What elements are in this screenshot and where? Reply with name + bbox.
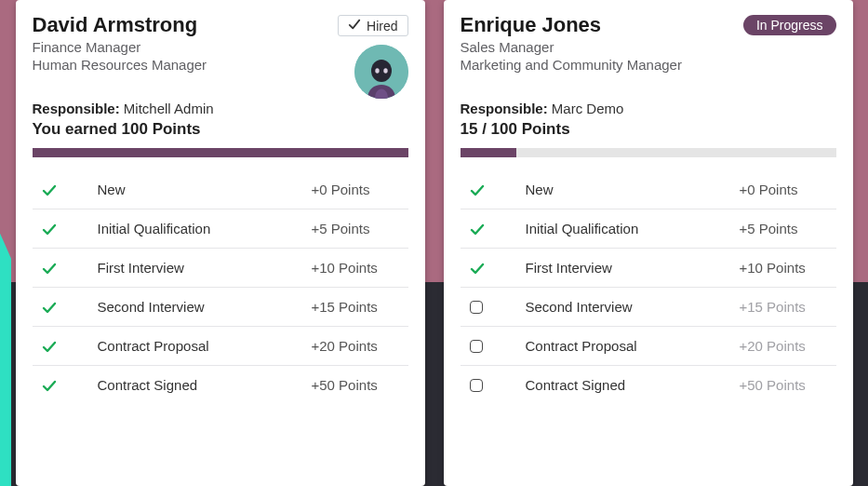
stage-label: Initial Qualification bbox=[526, 221, 740, 236]
stage-points: +5 Points bbox=[740, 221, 833, 236]
progress-fill bbox=[461, 148, 517, 157]
stage-list: New +0 Points Initial Qualification +5 P… bbox=[33, 170, 408, 404]
progress-fill bbox=[33, 148, 408, 157]
status-badge-hired[interactable]: Hired bbox=[338, 15, 407, 36]
stage-row[interactable]: Second Interview +15 Points bbox=[461, 287, 836, 326]
checkbox-icon[interactable] bbox=[470, 301, 526, 314]
check-icon bbox=[42, 339, 98, 354]
points-summary: You earned 100 Points bbox=[33, 120, 408, 139]
points-summary: 15 / 100 Points bbox=[461, 120, 836, 139]
stage-label: Contract Proposal bbox=[98, 338, 312, 354]
candidate-card[interactable]: Enrique Jones Sales Manager Marketing an… bbox=[444, 0, 853, 486]
stage-label: Contract Signed bbox=[98, 377, 312, 393]
stage-points: +15 Points bbox=[312, 299, 405, 315]
progress-bar bbox=[33, 148, 408, 157]
status-badge-in-progress[interactable]: In Progress bbox=[743, 15, 836, 35]
stage-points: +50 Points bbox=[312, 377, 405, 393]
check-icon bbox=[42, 222, 98, 236]
check-icon bbox=[42, 182, 98, 197]
stage-row[interactable]: First Interview +10 Points bbox=[33, 248, 408, 287]
stage-label: New bbox=[98, 182, 312, 197]
stage-label: Initial Qualification bbox=[98, 221, 312, 236]
checkbox-icon[interactable] bbox=[470, 379, 526, 392]
check-icon bbox=[42, 300, 98, 315]
stage-row[interactable]: Initial Qualification +5 Points bbox=[461, 209, 836, 248]
stage-row[interactable]: New +0 Points bbox=[461, 170, 836, 209]
stage-list: New +0 Points Initial Qualification +5 P… bbox=[461, 170, 836, 404]
stage-row[interactable]: First Interview +10 Points bbox=[461, 248, 836, 287]
responsible-line: Responsible: Marc Demo bbox=[461, 101, 836, 116]
svg-point-1 bbox=[371, 60, 392, 82]
stage-row[interactable]: Second Interview +15 Points bbox=[33, 287, 408, 326]
stage-row[interactable]: Contract Signed +50 Points bbox=[33, 365, 408, 404]
stage-row[interactable]: Initial Qualification +5 Points bbox=[33, 209, 408, 248]
stage-label: First Interview bbox=[98, 260, 312, 276]
candidate-role-secondary: Marketing and Community Manager bbox=[461, 57, 836, 73]
check-icon bbox=[348, 18, 361, 34]
check-icon bbox=[470, 261, 526, 276]
stage-points: +20 Points bbox=[312, 338, 405, 354]
stage-label: First Interview bbox=[526, 260, 740, 276]
stage-points: +0 Points bbox=[312, 182, 405, 197]
check-icon bbox=[42, 261, 98, 276]
candidate-role-secondary: Human Resources Manager bbox=[33, 57, 408, 73]
stage-label: Contract Signed bbox=[526, 377, 740, 393]
stage-points: +20 Points bbox=[740, 338, 833, 354]
candidate-card[interactable]: David Armstrong Finance Manager Human Re… bbox=[16, 0, 425, 486]
status-label: Hired bbox=[367, 19, 397, 34]
avatar[interactable] bbox=[354, 45, 408, 99]
check-icon bbox=[470, 222, 526, 236]
svg-point-2 bbox=[375, 68, 379, 74]
stage-points: +0 Points bbox=[740, 182, 833, 197]
checkbox-icon[interactable] bbox=[470, 340, 526, 353]
stage-label: New bbox=[526, 182, 740, 197]
stage-points: +50 Points bbox=[740, 377, 833, 393]
stage-points: +10 Points bbox=[740, 260, 833, 276]
stage-label: Second Interview bbox=[98, 299, 312, 315]
stage-row[interactable]: Contract Signed +50 Points bbox=[461, 365, 836, 404]
stage-points: +5 Points bbox=[312, 221, 405, 236]
check-icon bbox=[42, 378, 98, 393]
progress-bar bbox=[461, 148, 836, 157]
check-icon bbox=[470, 182, 526, 197]
stage-label: Contract Proposal bbox=[526, 338, 740, 354]
candidate-role: Finance Manager bbox=[33, 39, 408, 55]
svg-point-3 bbox=[383, 68, 387, 74]
stage-label: Second Interview bbox=[526, 299, 740, 315]
status-label: In Progress bbox=[756, 18, 823, 33]
stage-row[interactable]: New +0 Points bbox=[33, 170, 408, 209]
stage-points: +15 Points bbox=[740, 299, 833, 315]
stage-points: +10 Points bbox=[312, 260, 405, 276]
stage-row[interactable]: Contract Proposal +20 Points bbox=[33, 326, 408, 365]
stage-row[interactable]: Contract Proposal +20 Points bbox=[461, 326, 836, 365]
candidate-role: Sales Manager bbox=[461, 39, 836, 55]
responsible-line: Responsible: Mitchell Admin bbox=[33, 101, 408, 116]
